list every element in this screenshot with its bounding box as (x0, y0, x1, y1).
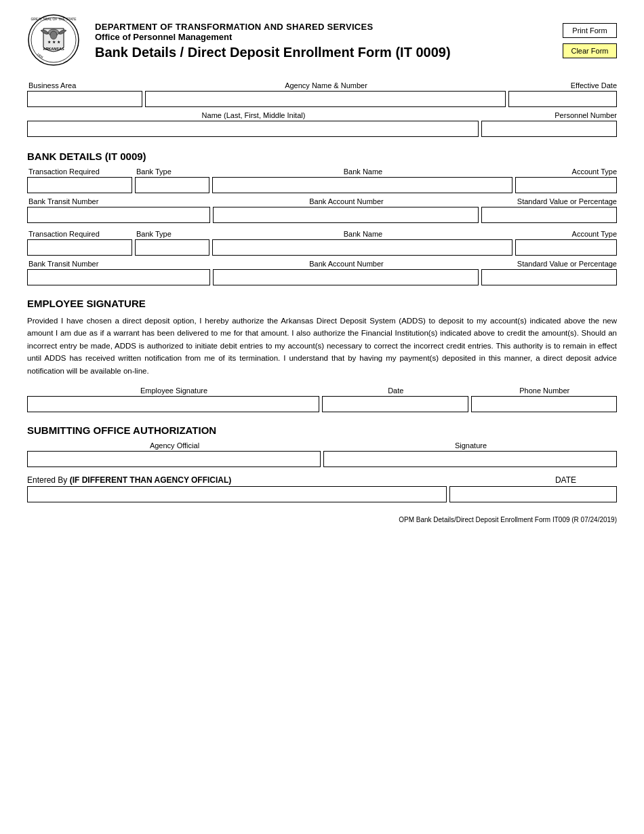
standard-value-input-1[interactable] (481, 207, 617, 223)
office-name: Office of Personnel Management (95, 32, 549, 42)
header-buttons: Print Form Clear Form (563, 23, 617, 58)
svg-text:GREAT SEAL OF THE STATE: GREAT SEAL OF THE STATE (31, 17, 77, 21)
submitting-office-title: SUBMITTING OFFICE AUTHORIZATION (27, 424, 617, 436)
transaction-required-label-1: Transaction Required (27, 167, 132, 176)
bank-account-input-2[interactable] (213, 269, 479, 285)
bank-details-title: BANK DETAILS (IT 0009) (27, 151, 617, 162)
entered-by-bold: (IF DIFFERENT THAN AGENCY OFFICIAL) (70, 475, 232, 485)
entered-by-date-input[interactable] (449, 486, 617, 502)
bank-type-input-2[interactable] (135, 239, 209, 256)
agency-official-input[interactable] (27, 451, 321, 467)
entered-by-input[interactable] (27, 486, 447, 502)
employee-signature-text: Provided I have chosen a direct deposit … (27, 315, 617, 377)
effective-date-label: Effective Date (508, 81, 617, 90)
submitting-office-section: SUBMITTING OFFICE AUTHORIZATION Agency O… (27, 424, 617, 502)
bank-name-input-1[interactable] (212, 177, 512, 193)
standard-value-label-2: Standard Value or Percentage (481, 260, 617, 268)
date-label-2: DATE (555, 475, 576, 485)
employee-signature-section: EMPLOYEE SIGNATURE Provided I have chose… (27, 298, 617, 412)
agency-name-group: Agency Name & Number (145, 81, 506, 107)
standard-value-label-1: Standard Value or Percentage (481, 197, 617, 205)
phone-label: Phone Number (471, 386, 618, 395)
clear-button[interactable]: Clear Form (563, 43, 617, 58)
transaction-required-label-2: Transaction Required (27, 230, 132, 238)
svg-text:★: ★ (47, 40, 51, 44)
bank-name-label-1: Bank Name (212, 167, 512, 176)
header: GREAT SEAL OF THE STATE ★ ★ ★ ARKANSAS 1… (27, 14, 617, 68)
bank-type-input-1[interactable] (135, 177, 209, 193)
account-type-label-1: Account Type (515, 167, 617, 176)
footer-text: OPM Bank Details/Direct Deposit Enrollme… (399, 516, 617, 523)
svg-text:★: ★ (57, 40, 60, 44)
employee-signature-title: EMPLOYEE SIGNATURE (27, 298, 617, 309)
date-label-1: Date (322, 386, 468, 395)
signature-input[interactable] (323, 451, 617, 467)
business-area-input[interactable] (27, 91, 142, 107)
bank-transit-label-1: Bank Transit Number (27, 197, 210, 205)
footer: OPM Bank Details/Direct Deposit Enrollme… (27, 516, 617, 523)
svg-point-4 (50, 31, 57, 39)
account-type-input-1[interactable] (515, 177, 617, 193)
department-name: DEPARTMENT OF TRANSFORMATION AND SHARED … (95, 22, 549, 32)
effective-date-input[interactable] (508, 91, 617, 107)
bank-transit-label-2: Bank Transit Number (27, 260, 210, 268)
bank-account-label-1: Bank Account Number (213, 197, 479, 205)
print-button[interactable]: Print Form (563, 23, 617, 38)
personnel-number-group: Personnel Number (481, 111, 617, 137)
top-section: Business Area Agency Name & Number Effec… (27, 81, 617, 137)
emp-sig-label: Employee Signature (27, 386, 319, 395)
standard-value-input-2[interactable] (481, 269, 617, 285)
personnel-number-input[interactable] (481, 121, 617, 137)
transaction-required-input-1[interactable] (27, 177, 132, 193)
bank-account-input-1[interactable] (213, 207, 479, 223)
business-area-label: Business Area (27, 81, 142, 90)
name-group: Name (Last, First, Middle Inital) (27, 111, 479, 137)
bank-account-label-2: Bank Account Number (213, 260, 479, 268)
header-text: DEPARTMENT OF TRANSFORMATION AND SHARED … (95, 22, 549, 60)
form-title: Bank Details / Direct Deposit Enrollment… (95, 45, 549, 60)
agency-name-input[interactable] (145, 91, 506, 107)
name-input[interactable] (27, 121, 479, 137)
business-area-group: Business Area (27, 81, 142, 107)
personnel-number-label: Personnel Number (481, 111, 617, 119)
bank-transit-input-2[interactable] (27, 269, 210, 285)
transaction-required-input-2[interactable] (27, 239, 132, 256)
emp-sig-input[interactable] (27, 396, 319, 412)
name-label: Name (Last, First, Middle Inital) (27, 111, 479, 119)
phone-input[interactable] (471, 396, 618, 412)
bank-name-input-2[interactable] (212, 239, 512, 256)
entered-by-normal: Entered By (27, 475, 70, 485)
bank-type-label-1: Bank Type (135, 167, 209, 176)
bank-name-label-2: Bank Name (212, 230, 512, 238)
account-type-label-2: Account Type (515, 230, 617, 238)
bank-details-section: BANK DETAILS (IT 0009) Transaction Requi… (27, 151, 617, 285)
svg-text:★: ★ (52, 40, 56, 44)
account-type-input-2[interactable] (515, 239, 617, 256)
svg-text:ARKANSAS: ARKANSAS (43, 47, 64, 51)
agency-name-label: Agency Name & Number (145, 81, 506, 90)
bank-transit-input-1[interactable] (27, 207, 210, 223)
agency-official-label: Agency Official (27, 441, 321, 450)
effective-date-group: Effective Date (508, 81, 617, 107)
state-seal: GREAT SEAL OF THE STATE ★ ★ ★ ARKANSAS 1… (27, 14, 81, 68)
date-input-1[interactable] (322, 396, 468, 412)
signature-label: Signature (323, 441, 617, 450)
entered-by-label-row: Entered By (IF DIFFERENT THAN AGENCY OFF… (27, 475, 617, 485)
bank-type-label-2: Bank Type (135, 230, 209, 238)
